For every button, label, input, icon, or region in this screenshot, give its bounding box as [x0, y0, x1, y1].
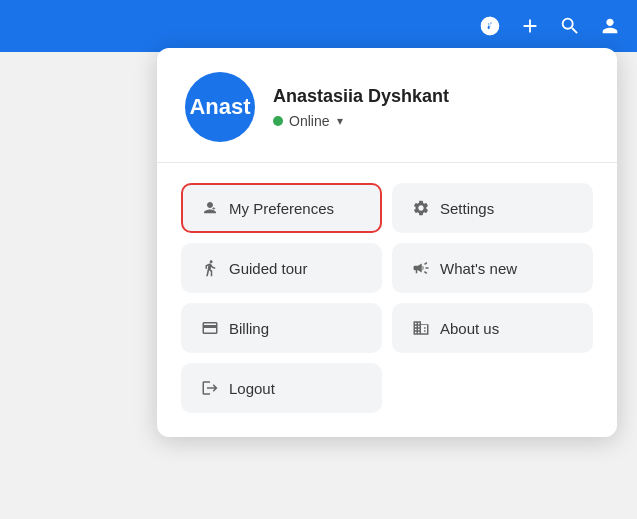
search-icon[interactable]: [559, 15, 581, 37]
megaphone-icon: [412, 259, 430, 277]
user-avatar-icon[interactable]: [599, 15, 621, 37]
menu-item-settings[interactable]: Settings: [392, 183, 593, 233]
user-dropdown: Anast Anastasiia Dyshkant Online ▾ My Pr…: [157, 48, 617, 437]
rocket-icon[interactable]: [479, 15, 501, 37]
card-icon: [201, 319, 219, 337]
topbar: [0, 0, 637, 52]
gear-icon: [412, 199, 430, 217]
whats-new-label: What's new: [440, 260, 517, 277]
status-text: Online: [289, 113, 329, 129]
chevron-down-icon: ▾: [337, 114, 343, 128]
building-icon: [412, 319, 430, 337]
menu-item-my-preferences[interactable]: My Preferences: [181, 183, 382, 233]
settings-label: Settings: [440, 200, 494, 217]
menu-item-about-us[interactable]: About us: [392, 303, 593, 353]
about-us-label: About us: [440, 320, 499, 337]
person-gear-icon: [201, 199, 219, 217]
user-info: Anastasiia Dyshkant Online ▾: [273, 86, 449, 129]
menu-item-whats-new[interactable]: What's new: [392, 243, 593, 293]
menu-item-logout[interactable]: Logout: [181, 363, 382, 413]
menu-item-billing[interactable]: Billing: [181, 303, 382, 353]
menu-grid: My Preferences Settings Guided tour What…: [157, 163, 617, 413]
guided-tour-label: Guided tour: [229, 260, 307, 277]
status-dot: [273, 116, 283, 126]
logout-label: Logout: [229, 380, 275, 397]
my-preferences-label: My Preferences: [229, 200, 334, 217]
menu-item-guided-tour[interactable]: Guided tour: [181, 243, 382, 293]
billing-label: Billing: [229, 320, 269, 337]
user-name: Anastasiia Dyshkant: [273, 86, 449, 107]
user-header: Anast Anastasiia Dyshkant Online ▾: [157, 48, 617, 163]
walk-icon: [201, 259, 219, 277]
logout-icon: [201, 379, 219, 397]
plus-icon[interactable]: [519, 15, 541, 37]
status-row[interactable]: Online ▾: [273, 113, 449, 129]
avatar: Anast: [185, 72, 255, 142]
